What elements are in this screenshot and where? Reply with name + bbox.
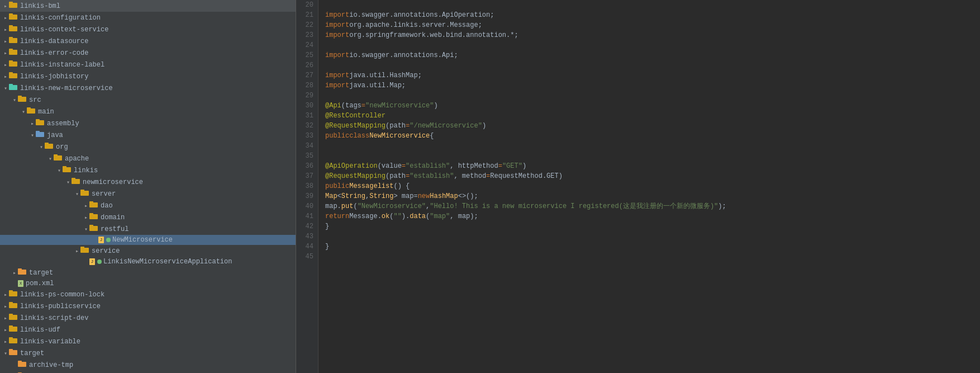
- tree-label-linkis-error-code: linkis-error-code: [20, 49, 88, 57]
- line-num-42: 42: [298, 221, 313, 232]
- tree-arrow-linkis-jobhistory: ▸: [2, 73, 9, 80]
- tree-item-linkis-instance-label[interactable]: ▸linkis-instance-label: [0, 59, 296, 70]
- tree-item-dao[interactable]: ▸dao: [0, 200, 296, 211]
- tree-label-newmicroservice: newmicroservice: [83, 178, 143, 186]
- tree-arrow-linkis-ps-common-lock: ▸: [2, 291, 9, 298]
- tree-arrow-target: ▸: [11, 270, 18, 276]
- svg-rect-7: [9, 37, 13, 39]
- file-tree[interactable]: ▸linkis-bml▸linkis-configuration▸linkis-…: [0, 0, 296, 373]
- tree-arrow-linkis: ▾: [56, 167, 63, 174]
- tree-arrow-org: ▾: [38, 144, 45, 150]
- tree-item-assembly[interactable]: ▸assembly: [0, 117, 296, 129]
- line-num-39: 39: [298, 191, 313, 201]
- tree-label-linkis-variable: linkis-variable: [20, 338, 80, 346]
- tree-arrow-linkis-context-service: ▸: [2, 26, 9, 33]
- tree-item-src[interactable]: ▾src: [0, 94, 296, 106]
- tree-item-archive-tmp[interactable]: archive-tmp: [0, 359, 296, 371]
- tree-item-linkis-ps-common-lock[interactable]: ▸linkis-ps-common-lock: [0, 289, 296, 300]
- tree-item-org[interactable]: ▾org: [0, 141, 296, 153]
- tree-item-server[interactable]: ▾server: [0, 188, 296, 200]
- tree-item-linkis-configuration[interactable]: ▸linkis-configuration: [0, 12, 296, 23]
- tree-item-newmicroservice[interactable]: ▾newmicroservice: [0, 176, 296, 188]
- code-line-40: map.put("NewMicroservice","Hello! This i…: [325, 201, 973, 211]
- svg-rect-17: [18, 96, 22, 98]
- folder-icon-target-root: [9, 348, 18, 358]
- folder-icon-org: [45, 142, 54, 152]
- tree-item-domain[interactable]: ▸domain: [0, 211, 296, 223]
- tree-item-target[interactable]: ▸target: [0, 267, 296, 278]
- svg-rect-1: [9, 2, 13, 4]
- tree-item-linkis-variable[interactable]: ▸linkis-variable: [0, 336, 296, 347]
- tree-item-linkis-context-service[interactable]: ▸linkis-context-service: [0, 23, 296, 35]
- tree-item-linkis-error-code[interactable]: ▸linkis-error-code: [0, 47, 296, 59]
- svg-rect-13: [9, 72, 13, 74]
- folder-icon-linkis-publicservice: [9, 301, 18, 311]
- tree-label-linkis-instance-label: linkis-instance-label: [20, 61, 104, 69]
- tree-label-dao: dao: [101, 202, 113, 210]
- svg-rect-43: [18, 268, 22, 271]
- svg-rect-21: [36, 119, 40, 121]
- tree-arrow-linkis-variable: ▸: [2, 338, 9, 345]
- tree-label-restful: restful: [101, 225, 129, 233]
- tree-item-apache[interactable]: ▾apache: [0, 153, 296, 164]
- svg-rect-19: [27, 107, 31, 110]
- code-line-44: }: [325, 242, 973, 252]
- folder-icon-assembly: [36, 119, 45, 128]
- folder-icon-java: [36, 130, 45, 140]
- svg-rect-23: [36, 131, 40, 133]
- tree-arrow-apache: ▾: [47, 155, 54, 162]
- svg-rect-15: [9, 84, 13, 86]
- code-line-30: @Api(tags = "newMicroservice"): [325, 101, 973, 111]
- tree-item-maven-shared-archive-resources[interactable]: ▸maven-shared-archive-resources: [0, 371, 296, 373]
- tree-label-linkis-script-dev: linkis-script-dev: [20, 314, 88, 322]
- folder-icon-restful: [89, 224, 98, 234]
- tree-label-linkis-jobhistory: linkis-jobhistory: [20, 73, 88, 81]
- tree-item-service[interactable]: ▸service: [0, 245, 296, 257]
- tree-item-linkis-bml[interactable]: ▸linkis-bml: [0, 0, 296, 12]
- folder-icon-domain: [89, 213, 98, 222]
- tree-arrow-assembly: ▸: [29, 120, 36, 127]
- code-line-31: @RestController: [325, 111, 973, 121]
- code-line-34: [325, 141, 973, 151]
- tree-item-linkis-jobhistory[interactable]: ▸linkis-jobhistory: [0, 70, 296, 82]
- line-num-41: 41: [298, 211, 313, 221]
- tree-label-linkis-udf: linkis-udf: [20, 326, 60, 334]
- tree-item-linkis-udf[interactable]: ▸linkis-udf: [0, 324, 296, 336]
- tree-label-linkis-new-microservice: linkis-new-microservice: [20, 84, 113, 92]
- tree-item-restful[interactable]: ▾restful: [0, 223, 296, 235]
- tree-item-LinkisNewMicroserviceApplication[interactable]: JLinkisNewMicroserviceApplication: [0, 257, 296, 267]
- svg-rect-55: [9, 349, 13, 351]
- line-num-33: 33: [298, 131, 313, 141]
- tree-item-target-root[interactable]: ▾target: [0, 347, 296, 359]
- code-line-24: [325, 40, 973, 50]
- folder-icon-linkis: [63, 166, 72, 175]
- tree-item-linkis-script-dev[interactable]: ▸linkis-script-dev: [0, 312, 296, 324]
- folder-icon-linkis-script-dev: [9, 313, 18, 323]
- tree-label-apache: apache: [65, 155, 89, 163]
- tree-arrow-server: ▾: [74, 191, 80, 197]
- tree-item-linkis-new-microservice[interactable]: ▾linkis-new-microservice: [0, 82, 296, 94]
- tree-label-linkis-ps-common-lock: linkis-ps-common-lock: [20, 291, 104, 299]
- tree-item-linkis-publicservice[interactable]: ▸linkis-publicservice: [0, 300, 296, 312]
- folder-icon-linkis-bml: [9, 1, 18, 11]
- svg-rect-39: [89, 225, 93, 227]
- code-line-27: import java.util.HashMap;: [325, 70, 973, 81]
- tree-item-pom.xml[interactable]: Xpom.xml: [0, 278, 296, 289]
- tree-label-org: org: [56, 143, 68, 151]
- tree-item-linkis[interactable]: ▾linkis: [0, 164, 296, 176]
- line-numbers: 2021222324252627282930313233343536373839…: [296, 0, 318, 373]
- code-content: import io.swagger.annotations.ApiOperati…: [318, 0, 980, 373]
- tree-item-main[interactable]: ▾main: [0, 106, 296, 117]
- folder-icon-apache: [54, 154, 63, 163]
- line-num-37: 37: [298, 171, 313, 181]
- code-editor: 2021222324252627282930313233343536373839…: [296, 0, 980, 373]
- code-line-33: public class NewMicroservice {: [325, 131, 973, 141]
- tree-item-linkis-datasource[interactable]: ▸linkis-datasource: [0, 35, 296, 47]
- tree-label-linkis-publicservice: linkis-publicservice: [20, 303, 101, 310]
- tree-arrow-linkis-error-code: ▸: [2, 50, 9, 56]
- tree-arrow-domain: ▸: [83, 214, 89, 221]
- tree-item-NewMicroservice[interactable]: JNewMicroservice: [0, 235, 296, 245]
- code-line-43: [325, 232, 973, 242]
- tree-item-java[interactable]: ▾java: [0, 129, 296, 141]
- tree-arrow-linkis-udf: ▸: [2, 327, 9, 333]
